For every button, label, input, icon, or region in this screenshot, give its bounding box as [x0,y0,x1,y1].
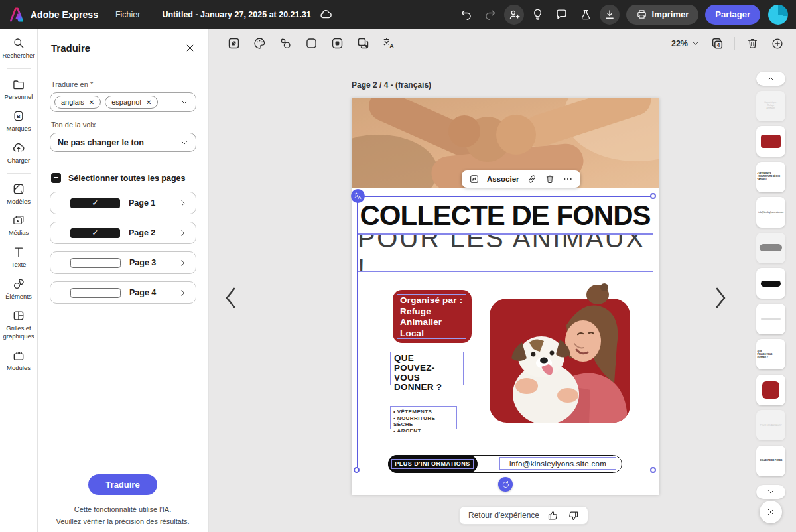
zoom-control[interactable]: 22% [671,39,700,48]
pages-overview-icon[interactable]: 4 [709,36,725,52]
link-icon[interactable] [527,174,537,184]
language-chip-spanish[interactable]: espagnol✕ [105,96,158,109]
poster-page[interactable]: Associer COLLECTE DE FONDS POUR LES ANIM… [352,98,659,495]
language-multiselect[interactable]: anglais✕ espagnol✕ [50,92,196,112]
previous-page-arrow[interactable] [224,286,238,310]
page-3-checkbox[interactable] [70,258,121,268]
layer-thumb-more-info[interactable]: PLUS D'INFORMATIONS [756,233,785,263]
black-pill-shape [761,281,781,287]
layer-thumb-black-pill[interactable] [756,268,785,299]
question-text[interactable]: QUE POUVEZ-VOUS DONNER ? [390,352,464,385]
page-4-checkbox[interactable] [70,288,121,298]
sidebar-item-search[interactable]: Rechercher [0,36,37,60]
chevron-up-icon [766,74,775,84]
add-page-icon[interactable] [769,36,785,52]
user-avatar[interactable] [768,5,788,25]
sidebar-item-elements[interactable]: Éléments [0,277,37,300]
duplicate-icon[interactable] [355,36,371,52]
file-menu[interactable]: Fichier [115,10,141,19]
layer-thumb-organizer-text[interactable]: Organisé par :RefugeAnimalier [756,91,785,121]
layer-thumb-title[interactable]: COLLECTE DE FONDS [756,446,785,476]
delete-page-icon[interactable] [744,36,760,52]
layer-thumb-red-square[interactable] [756,375,785,405]
layer-thumb-email[interactable]: info@kinsleylyons.site.com [756,197,785,228]
dog-photo[interactable] [490,283,630,423]
close-feedback-icon[interactable] [760,501,782,523]
organizer-text[interactable]: Organisé par : Refuge Animalier Local [397,294,466,339]
print-button[interactable]: Imprimer [626,5,699,25]
animate-icon[interactable] [277,36,293,52]
translate-icon[interactable]: A [381,36,397,52]
palette-icon[interactable] [251,36,267,52]
layer-thumb-donation-list[interactable]: • VÊTEMENTS• NOURRITURE SÈCHE• ARGENT [756,162,785,192]
page-row-2[interactable]: ✓ Page 2 [50,222,196,244]
layers-scroll-down[interactable] [756,485,785,499]
invite-people-icon[interactable] [504,5,524,25]
trash-icon[interactable] [545,174,555,184]
thumbs-up-icon[interactable] [545,508,560,523]
sidebar-item-personal[interactable]: Personnel [0,78,37,101]
share-button[interactable]: Partager [705,5,760,25]
download-icon[interactable] [600,5,620,25]
layers-scroll-up[interactable] [756,72,785,86]
select-all-pages[interactable]: − Sélectionner toutes les pages [51,173,195,183]
panel-title: Traduire [51,42,90,54]
contact-email-text[interactable]: info@kinsleylyons.site.com [499,457,616,470]
beta-flask-icon[interactable] [576,5,596,25]
organizer-block[interactable]: Organisé par : Refuge Animalier Local [393,290,472,343]
sidebar-item-grids[interactable]: Grilles et graphiques [0,309,37,340]
thumbs-down-icon[interactable] [566,508,580,523]
rotate-handle-icon[interactable] [498,477,513,492]
remove-language-icon[interactable]: ✕ [146,99,151,106]
page-row-3[interactable]: Page 3 [50,251,196,274]
more-info-pill[interactable]: PLUS D'INFORMATIONS [388,455,478,473]
document-title[interactable]: Untitled - January 27, 2025 at 20.21.31 [162,10,310,19]
divider [7,68,31,69]
sidebar-item-upload[interactable]: Charger [0,141,37,165]
adobe-express-logo-icon[interactable] [8,6,25,23]
selection-handle-bottom-right[interactable] [650,467,656,473]
donation-item: • ARGENT [393,428,454,434]
resize-icon[interactable] [226,36,241,52]
info-bar: PLUS D'INFORMATIONS info@kinsleylyons.si… [388,455,622,473]
background-shape-icon[interactable] [303,36,319,52]
translated-badge-icon [351,189,365,203]
page-2-checkbox[interactable]: ✓ [70,228,120,238]
selection-handle-top-right[interactable] [650,193,656,199]
poster-title[interactable]: COLLECTE DE FONDS [357,196,653,234]
chevron-right-icon [178,289,187,297]
more-options-icon[interactable] [563,174,573,184]
feedback-bar: Retour d'expérience [459,506,588,525]
language-chip-english[interactable]: anglais✕ [54,96,101,109]
redo-icon[interactable] [480,5,500,25]
close-panel-icon[interactable] [185,43,195,53]
undo-icon[interactable] [456,5,476,25]
frame-icon[interactable] [329,36,345,52]
printer-icon [636,9,647,20]
sidebar-item-text[interactable]: Texte [0,245,37,269]
page-1-checkbox[interactable]: ✓ [70,198,120,208]
lightbulb-icon[interactable] [528,5,548,25]
donation-list[interactable]: • VÊTEMENTS • NOURRITURE SÈCHE • ARGENT [390,406,457,429]
page-row-4[interactable]: Page 4 [50,281,196,304]
remove-language-icon[interactable]: ✕ [89,99,94,106]
associate-label[interactable]: Associer [487,175,519,183]
page-row-1[interactable]: ✓ Page 1 [50,192,196,214]
select-all-checkbox[interactable]: − [51,173,61,183]
layer-thumb-red-rect[interactable] [756,126,785,157]
poster-subtitle[interactable]: POUR LES ANIMAUX ! [357,234,653,272]
feedback-label[interactable]: Retour d'expérience [468,511,539,520]
tone-select[interactable]: Ne pas changer le ton [50,133,196,152]
layer-thumb-outline-pill[interactable] [756,304,785,334]
layer-thumb-subtitle[interactable]: POUR LES ANIMAUX ! [756,410,785,440]
sidebar-item-templates[interactable]: Modèles [0,182,37,206]
selection-handle-bottom-left[interactable] [354,467,360,473]
sidebar-item-media[interactable]: Médias [0,214,37,237]
comment-icon[interactable] [552,5,572,25]
sidebar-item-addons[interactable]: Modules [0,349,37,372]
sidebar-item-brands[interactable]: B Marques [0,109,37,133]
layer-thumb-question[interactable]: QUEPOUVEZ-VOUSDONNER ? [756,339,785,369]
next-page-arrow[interactable] [713,286,728,310]
translate-button[interactable]: Traduire [88,474,157,495]
replace-media-icon[interactable] [469,174,480,184]
